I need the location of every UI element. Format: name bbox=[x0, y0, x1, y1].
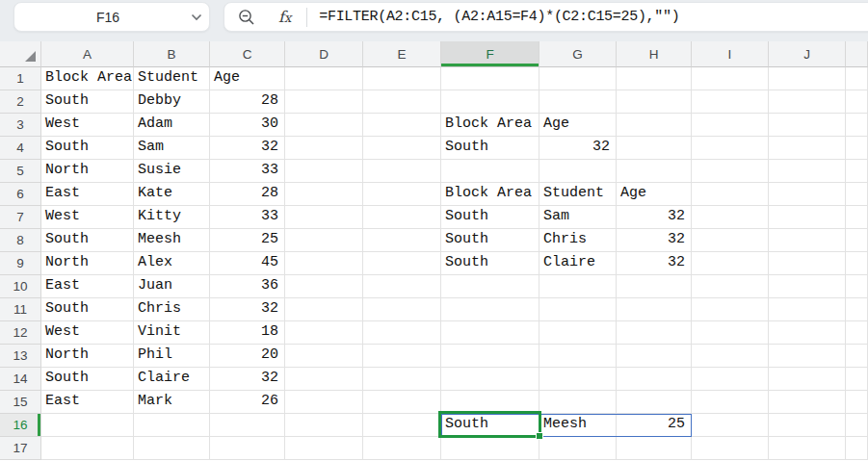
cell-I2[interactable] bbox=[692, 90, 769, 114]
cell-E5[interactable] bbox=[363, 160, 441, 183]
column-header-F[interactable]: F bbox=[441, 41, 539, 67]
cell[interactable] bbox=[846, 298, 868, 321]
cell-J9[interactable] bbox=[769, 252, 846, 275]
cell[interactable] bbox=[846, 206, 868, 229]
cell-J2[interactable] bbox=[769, 90, 846, 114]
cell[interactable] bbox=[846, 252, 868, 275]
cell-J3[interactable] bbox=[769, 114, 846, 137]
column-header-B[interactable]: B bbox=[134, 41, 210, 67]
cell-G3[interactable]: Age bbox=[539, 114, 617, 137]
cell-J15[interactable] bbox=[769, 391, 846, 414]
cell-B13[interactable]: Phil bbox=[134, 345, 210, 368]
row-header-6[interactable]: 6 bbox=[0, 183, 41, 206]
zoom-out-icon[interactable] bbox=[238, 9, 255, 26]
cell-F5[interactable] bbox=[441, 160, 539, 183]
cell-I5[interactable] bbox=[692, 160, 769, 183]
cell-E6[interactable] bbox=[363, 183, 441, 206]
cell-A13[interactable]: North bbox=[41, 345, 134, 368]
cell-B5[interactable]: Susie bbox=[134, 160, 210, 183]
cell-G9[interactable]: Claire bbox=[539, 252, 617, 275]
cell-F10[interactable] bbox=[441, 275, 539, 298]
cell-I3[interactable] bbox=[692, 114, 769, 137]
cell-E15[interactable] bbox=[363, 391, 441, 414]
cell-E8[interactable] bbox=[363, 229, 441, 252]
formula-input[interactable]: =FILTER(A2:C15, (A2:A15=F4)*(C2:C15=25),… bbox=[319, 9, 679, 25]
cell-H1[interactable] bbox=[617, 67, 692, 90]
cell-J4[interactable] bbox=[769, 137, 846, 160]
cell-F4[interactable]: South bbox=[441, 137, 539, 160]
cell-B15[interactable]: Mark bbox=[134, 391, 210, 414]
column-header-C[interactable]: C bbox=[210, 41, 285, 67]
cell-B6[interactable]: Kate bbox=[134, 183, 210, 206]
cell-H11[interactable] bbox=[617, 298, 692, 321]
cell-D6[interactable] bbox=[285, 183, 363, 206]
row-header-15[interactable]: 15 bbox=[0, 391, 41, 414]
cell-B7[interactable]: Kitty bbox=[134, 206, 210, 229]
cell-E14[interactable] bbox=[363, 368, 441, 391]
cell-H15[interactable] bbox=[617, 391, 692, 414]
cell-D16[interactable] bbox=[285, 414, 363, 437]
cell-F15[interactable] bbox=[441, 391, 539, 414]
row-header-8[interactable]: 8 bbox=[0, 229, 41, 252]
cell-E9[interactable] bbox=[363, 252, 441, 275]
row-header-4[interactable]: 4 bbox=[0, 137, 41, 160]
cell-G7[interactable]: Sam bbox=[539, 206, 617, 229]
cell[interactable] bbox=[846, 160, 868, 183]
row-header-17[interactable]: 17 bbox=[0, 437, 41, 460]
cell-I8[interactable] bbox=[692, 229, 769, 252]
cell-H10[interactable] bbox=[617, 275, 692, 298]
cell-E12[interactable] bbox=[363, 321, 441, 345]
column-header-I[interactable]: I bbox=[692, 41, 769, 67]
cell-B16[interactable] bbox=[134, 414, 210, 437]
cell-D13[interactable] bbox=[285, 345, 363, 368]
cell-H12[interactable] bbox=[617, 321, 692, 345]
column-header-partial[interactable] bbox=[846, 41, 868, 67]
row-header-11[interactable]: 11 bbox=[0, 298, 41, 321]
cell-D1[interactable] bbox=[285, 67, 363, 90]
cell-I15[interactable] bbox=[692, 391, 769, 414]
cell-D4[interactable] bbox=[285, 137, 363, 160]
cell-C17[interactable] bbox=[210, 437, 285, 460]
cell-A8[interactable]: South bbox=[41, 229, 134, 252]
cell-G14[interactable] bbox=[539, 368, 617, 391]
cell-D12[interactable] bbox=[285, 321, 363, 345]
cell-J17[interactable] bbox=[769, 437, 846, 460]
cell-J1[interactable] bbox=[769, 67, 846, 90]
cell-A2[interactable]: South bbox=[41, 90, 134, 114]
cell-C6[interactable]: 28 bbox=[210, 183, 285, 206]
row-header-7[interactable]: 7 bbox=[0, 206, 41, 229]
cell-C2[interactable]: 28 bbox=[210, 90, 285, 114]
cell[interactable] bbox=[846, 67, 868, 90]
cell-E11[interactable] bbox=[363, 298, 441, 321]
cell-C10[interactable]: 36 bbox=[210, 275, 285, 298]
cell-J14[interactable] bbox=[769, 368, 846, 391]
cell-G11[interactable] bbox=[539, 298, 617, 321]
cell-D8[interactable] bbox=[285, 229, 363, 252]
cell-A16[interactable] bbox=[41, 414, 134, 437]
cell-B9[interactable]: Alex bbox=[134, 252, 210, 275]
cell-E16[interactable] bbox=[363, 414, 441, 437]
cell-H13[interactable] bbox=[617, 345, 692, 368]
cell-E7[interactable] bbox=[363, 206, 441, 229]
cell-B14[interactable]: Claire bbox=[134, 368, 210, 391]
cell[interactable] bbox=[846, 229, 868, 252]
cell-C9[interactable]: 45 bbox=[210, 252, 285, 275]
cell-J8[interactable] bbox=[769, 229, 846, 252]
cell-F12[interactable] bbox=[441, 321, 539, 345]
cell-H4[interactable] bbox=[617, 137, 692, 160]
cell-H7[interactable]: 32 bbox=[617, 206, 692, 229]
cell[interactable] bbox=[846, 391, 868, 414]
fill-handle[interactable] bbox=[536, 432, 543, 440]
cell-D5[interactable] bbox=[285, 160, 363, 183]
cell-B1[interactable]: Student bbox=[134, 67, 210, 90]
cell-B4[interactable]: Sam bbox=[134, 137, 210, 160]
cell-A10[interactable]: East bbox=[41, 275, 134, 298]
insert-function-fx-icon[interactable]: fx bbox=[278, 8, 291, 26]
cell-A11[interactable]: South bbox=[41, 298, 134, 321]
cell-B3[interactable]: Adam bbox=[134, 114, 210, 137]
row-header-16[interactable]: 16 bbox=[0, 414, 41, 437]
cell-B11[interactable]: Chris bbox=[134, 298, 210, 321]
cell-A15[interactable]: East bbox=[41, 391, 134, 414]
cell-C15[interactable]: 26 bbox=[210, 391, 285, 414]
cell-G13[interactable] bbox=[539, 345, 617, 368]
